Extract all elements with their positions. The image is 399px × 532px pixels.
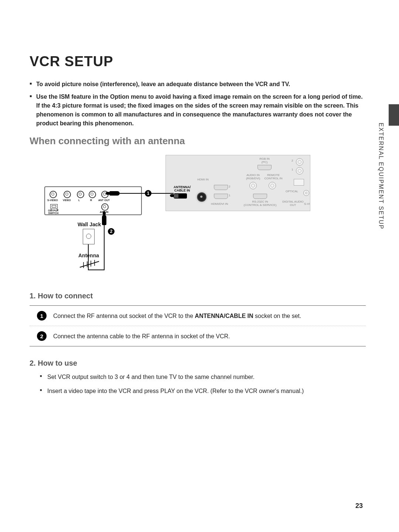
port-audio-in: [249, 182, 257, 189]
port-rs232c: [253, 194, 267, 199]
port-hdmi2: [214, 185, 228, 190]
connection-diagram: RGB IN (PC) HDMI IN 2 1 HDMI/DVI IN AUDI…: [44, 155, 310, 277]
page-number: 23: [355, 502, 363, 510]
port-rgb: [258, 165, 272, 170]
vcr-svideo-label: S-VIDEO: [47, 199, 58, 201]
vcr-audio-l-label: L: [78, 199, 80, 201]
port-optical-block: [294, 179, 304, 186]
antenna-label: Antenna: [78, 253, 99, 258]
page-content: VCR SETUP To avoid picture noise (interf…: [0, 0, 399, 396]
vcr-output-switch: [50, 204, 58, 209]
vcr-ant-in-port: [101, 203, 109, 211]
how-to-connect-steps: 1 Connect the RF antenna out socket of t…: [30, 305, 366, 346]
wall-jack-icon: [83, 229, 95, 244]
cable2-segment-v: [104, 224, 105, 270]
step-text-pre: Connect the RF antenna out socket of the…: [53, 313, 195, 319]
label-digital-audio: DIGITAL AUDIO OUT: [281, 200, 305, 207]
label-optical: OPTICAL: [286, 190, 298, 193]
label-top-1: 1: [291, 168, 293, 172]
connect-step-2: 2 Connect the antenna cable to the RF an…: [30, 326, 366, 346]
use-item: Set VCR output switch to 3 or 4 and then…: [47, 373, 366, 382]
vcr-ant-out-label: ANT OUT: [98, 199, 110, 201]
callout-1: 1: [145, 190, 151, 197]
step-text: Connect the antenna cable to the RF ante…: [53, 331, 230, 341]
how-to-connect-heading: 1. How to connect: [30, 292, 366, 300]
port-hdmi1: [214, 194, 228, 199]
label-port1: 1: [229, 194, 230, 197]
label-hdmi-in: HDMI IN: [197, 178, 209, 182]
cable1-plug-vcr: [109, 191, 120, 196]
subheading-antenna: When connecting with an antenna: [30, 135, 366, 147]
label-svi: S-VI: [304, 203, 310, 206]
port-svi: [303, 190, 309, 196]
cable2-plug-vcr: [102, 215, 106, 225]
cable1-plug-tv-stripes: [174, 194, 178, 198]
label-rgb-in: RGB IN (PC): [255, 157, 274, 164]
wall-jack-label: Wall Jack: [78, 221, 101, 227]
antenna-icon: [78, 260, 100, 269]
how-to-use-heading: 2. How to use: [30, 359, 366, 367]
step-text-bold: ANTENNA/CABLE IN: [195, 313, 253, 319]
tv-back-panel: RGB IN (PC) HDMI IN 2 1 HDMI/DVI IN AUDI…: [166, 155, 310, 211]
vcr-audio-r-label: R: [90, 199, 92, 201]
label-remote: REMOTE CONTROL IN: [263, 174, 283, 180]
step-number-2: 2: [37, 331, 47, 341]
intro-note: Use the ISM feature in the Option menu t…: [36, 92, 366, 128]
vcr-back-panel: S-VIDEO VIDEO L R ANT OUT OUTPUT SWITCH …: [44, 186, 142, 215]
step-text: Connect the RF antenna out socket of the…: [53, 311, 301, 321]
vcr-audio-l-port: [77, 191, 84, 198]
label-port2: 2: [229, 185, 230, 189]
label-rs232c: RS-232C IN (CONTROL & SERVICE): [243, 200, 277, 207]
port-remote: [269, 182, 276, 189]
label-top-2: 2: [291, 159, 293, 163]
label-audio-in: AUDIO IN (RGB/DVI): [244, 174, 262, 180]
intro-note: To avoid picture noise (interference), l…: [36, 80, 366, 89]
vcr-switch-34: 4 3: [50, 209, 58, 211]
vcr-video-label: VIDEO: [63, 199, 71, 201]
port-top-1: [296, 167, 303, 174]
label-antenna-cable-in: ANTENNA/ CABLE IN: [171, 186, 193, 193]
vcr-audio-r-port: [89, 191, 96, 198]
svg-line-0: [80, 261, 99, 267]
how-to-use-items: Set VCR output switch to 3 or 4 and then…: [30, 373, 366, 396]
connect-step-1: 1 Connect the RF antenna out socket of t…: [30, 306, 366, 326]
port-top-2: [296, 158, 303, 166]
vcr-video-port: [64, 191, 71, 198]
label-hdmi-dvi-in: HDMI/DVI IN: [211, 203, 228, 206]
intro-notes: To avoid picture noise (interference), l…: [30, 80, 366, 128]
vcr-svideo-port: [50, 191, 57, 198]
use-item: Insert a video tape into the VCR and pre…: [47, 387, 366, 396]
page-title: VCR SETUP: [30, 54, 366, 70]
step-number-1: 1: [37, 311, 47, 321]
antenna-cable-in-jack: [197, 192, 207, 202]
step-text-pre: Connect the antenna cable to the RF ante…: [53, 333, 230, 339]
cable2-segment-h: [88, 270, 104, 270]
step-text-post: socket on the set.: [253, 313, 301, 319]
callout-2: 2: [108, 228, 115, 235]
